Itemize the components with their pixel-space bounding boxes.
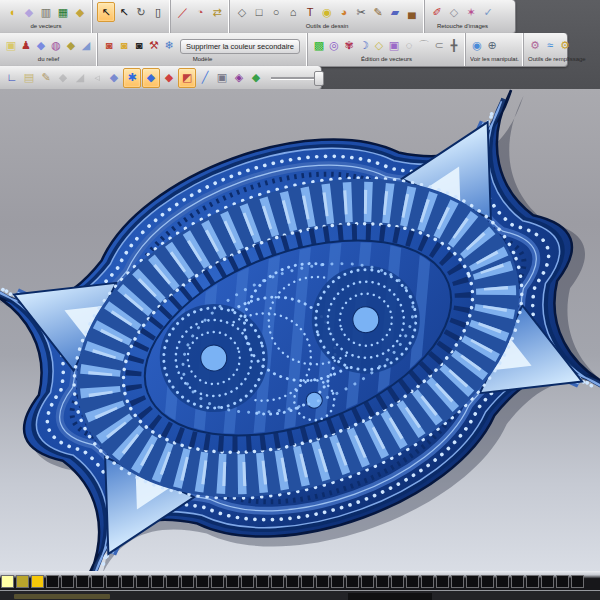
diamond-red-icon[interactable]: ◆ (161, 69, 177, 87)
grid-green-icon[interactable]: ▦ (55, 3, 71, 21)
layers-gold-icon[interactable]: ◆ (72, 3, 88, 21)
palette-swatch-black[interactable] (136, 575, 149, 588)
eraser-icon[interactable]: ▰ (387, 3, 403, 21)
blob-outline-icon[interactable]: ◌ (402, 36, 416, 54)
snowflake-icon[interactable]: ❄ (162, 36, 176, 54)
palette-swatch-black[interactable] (481, 575, 494, 588)
text-tool-icon[interactable]: T (302, 3, 318, 21)
zoom-slider[interactable] (269, 67, 324, 88)
diamond-olive-icon[interactable]: ◆ (64, 36, 78, 54)
magnifier-icon[interactable]: ◉ (470, 36, 484, 54)
crayon-icon[interactable]: ✐ (429, 3, 445, 21)
model-black-icon[interactable]: ◙ (132, 36, 146, 54)
grid-bright-green-icon[interactable]: ▩ (312, 36, 326, 54)
palette-swatch-black[interactable] (286, 575, 299, 588)
pie-edit-icon[interactable]: ◔ (192, 3, 208, 21)
drop-outline-icon[interactable]: ◇ (372, 36, 386, 54)
wave-blue-icon[interactable]: ≈ (543, 36, 557, 54)
spiral-tool-icon[interactable]: ◕ (336, 3, 352, 21)
palette-swatch-black[interactable] (91, 575, 104, 588)
palette-swatch-black[interactable] (211, 575, 224, 588)
magic-wand-icon[interactable]: ✶ (463, 3, 479, 21)
palette-swatch-black[interactable] (151, 575, 164, 588)
droplet-tool-icon[interactable]: ◉ (319, 3, 335, 21)
palette-swatch-black[interactable] (241, 575, 254, 588)
model-red-icon[interactable]: ◙ (102, 36, 116, 54)
palette-swatch-black[interactable] (526, 575, 539, 588)
remove-secondary-color-button[interactable]: Supprimer la couleur secondaire (180, 39, 300, 54)
pencils-icon[interactable]: ✎ (38, 69, 54, 87)
patch-icon[interactable]: ◇ (446, 3, 462, 21)
rectangle-tool-icon[interactable]: □ (251, 3, 267, 21)
palette-swatch-black[interactable] (271, 575, 284, 588)
palette-swatch-black[interactable] (121, 575, 134, 588)
relief-diamond-icon[interactable]: ◆ (34, 36, 48, 54)
polygon-tool-icon[interactable]: ⌂ (285, 3, 301, 21)
ellipse-tool-icon[interactable]: ○ (268, 3, 284, 21)
distort-column-icon[interactable]: ▯ (150, 3, 166, 21)
palette-swatch-black[interactable] (541, 575, 554, 588)
palette-swatch-black[interactable] (391, 575, 404, 588)
palette-swatch-black[interactable] (466, 575, 479, 588)
dot-sphere-icon[interactable]: ◍ (49, 36, 63, 54)
palette-swatch-black[interactable] (316, 575, 329, 588)
globe-icon[interactable]: ⊕ (485, 36, 499, 54)
palette-swatch-black[interactable] (106, 575, 119, 588)
palette-swatch-black[interactable] (451, 575, 464, 588)
ring-purple-icon[interactable]: ◎ (327, 36, 341, 54)
palette-swatch-color-3[interactable] (31, 575, 44, 588)
palette-swatch-black[interactable] (376, 575, 389, 588)
pen-red-icon[interactable]: ／ (175, 3, 191, 21)
diamond-steel-icon[interactable]: ◆ (106, 69, 122, 87)
select-cursor-icon[interactable]: ↖ (97, 2, 115, 22)
crescent-icon[interactable]: ☽ (357, 36, 371, 54)
barcode-icon[interactable]: ▥ (38, 3, 54, 21)
3d-viewport[interactable] (0, 89, 600, 571)
axes-icon[interactable]: ∟ (4, 69, 20, 87)
palette-swatch-black[interactable] (361, 575, 374, 588)
palette-swatch-black[interactable] (61, 575, 74, 588)
arc-subset-icon[interactable]: ⊂ (432, 36, 446, 54)
palette-swatch-black[interactable] (256, 575, 269, 588)
palette-swatch-black[interactable] (496, 575, 509, 588)
palette-swatch-black[interactable] (76, 575, 89, 588)
wedge-disabled-icon[interactable]: ◢ (72, 69, 88, 87)
wedge-blue-icon[interactable]: ◢ (79, 36, 93, 54)
tool-red-blue-icon[interactable]: ◩ (178, 68, 196, 88)
palette-swatch-black[interactable] (571, 575, 584, 588)
palette-swatch-black[interactable] (46, 575, 59, 588)
palette-swatch-black[interactable] (421, 575, 434, 588)
palette-swatch-black[interactable] (301, 575, 314, 588)
gear-yellow-icon[interactable]: ⚙ (558, 36, 572, 54)
palette-swatch-black[interactable] (181, 575, 194, 588)
diamond-lavender-icon[interactable]: ◆ (21, 3, 37, 21)
curve-edit-icon[interactable]: ⇄ (209, 3, 225, 21)
gear-pink-icon[interactable]: ⚙ (528, 36, 542, 54)
palette-swatch-black[interactable] (406, 575, 419, 588)
arc-open-icon[interactable]: ⌒ (417, 36, 431, 54)
pen-tool-icon[interactable]: ✎ (370, 3, 386, 21)
diamond-disabled-icon[interactable]: ◆ (55, 69, 71, 87)
brush-blue-icon[interactable]: ╱ (197, 69, 213, 87)
palette-swatch-black[interactable] (346, 575, 359, 588)
diamond-purple-icon[interactable]: ◈ (231, 69, 247, 87)
diamond-blue-icon[interactable]: ◆ (142, 68, 160, 88)
diamond-rainbow-icon[interactable]: ◆ (248, 69, 264, 87)
squares-purple-icon[interactable]: ▣ (387, 36, 401, 54)
palette-swatch-black[interactable] (436, 575, 449, 588)
palette-swatch-black[interactable] (226, 575, 239, 588)
figure-red-icon[interactable]: ♟ (19, 36, 33, 54)
expand-cross-icon[interactable]: ╋ (447, 36, 461, 54)
lock-icon[interactable]: ▣ (4, 36, 18, 54)
palette-swatch-color-1[interactable] (1, 575, 14, 588)
palette-swatch-color-2[interactable] (16, 575, 29, 588)
palette-swatch-black[interactable] (556, 575, 569, 588)
tool-red-icon[interactable]: ⚒ (147, 36, 161, 54)
palette-swatch-black[interactable] (511, 575, 524, 588)
node-tool-icon[interactable]: ◇ (234, 3, 250, 21)
palette-swatch-black[interactable] (331, 575, 344, 588)
shape-yellow-icon[interactable]: ◖ (4, 3, 20, 21)
palette-swatch-black[interactable] (196, 575, 209, 588)
star-blue-icon[interactable]: ✱ (123, 68, 141, 88)
select-plus-cursor-icon[interactable]: ↖ (116, 3, 132, 21)
